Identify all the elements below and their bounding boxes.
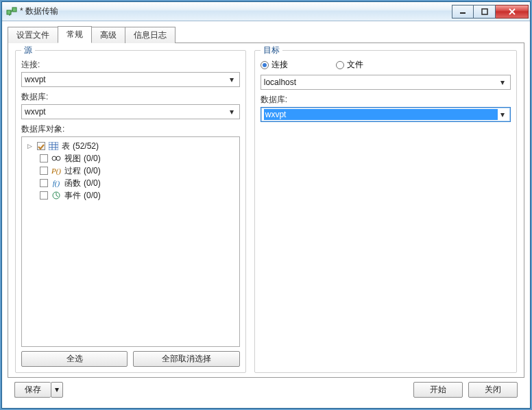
tree-item-label: 事件: [64, 190, 81, 202]
tab-log[interactable]: 信息日志: [125, 27, 176, 43]
source-database-combo[interactable]: wxvpt ▾: [21, 104, 240, 119]
app-icon: [6, 6, 17, 17]
tree-item-label: 函数: [64, 178, 81, 189]
target-connection-value: localhost: [264, 77, 498, 87]
deselect-all-button[interactable]: 全部取消选择: [133, 351, 239, 367]
tree-item-count: (0/0): [84, 178, 101, 188]
procedure-icon: P(): [51, 166, 62, 176]
source-buttons: 全选 全部取消选择: [21, 351, 240, 367]
checkbox[interactable]: [40, 179, 48, 187]
source-database-label: 数据库:: [21, 91, 240, 103]
client-area: 设置文件 常规 高级 信息日志 源 连接: wxvpt ▾ 数据库: wxvpt…: [2, 21, 530, 408]
radio-connection[interactable]: 连接: [261, 59, 288, 71]
checkbox[interactable]: [40, 154, 48, 162]
svg-rect-1: [12, 8, 16, 12]
source-group: 源 连接: wxvpt ▾ 数据库: wxvpt ▾ 数据库对象: ▷: [15, 50, 246, 373]
event-icon: [51, 191, 62, 200]
source-objects-tree[interactable]: ▷ 表 (52/52) 视图 (0/0): [21, 136, 240, 347]
target-group: 目标 连接 文件 localhost ▾ 数据库:: [254, 50, 517, 373]
target-database-combo[interactable]: wxvpt ▾: [261, 107, 511, 122]
radio-dot-icon: [336, 61, 344, 69]
tree-item-tables[interactable]: ▷ 表 (52/52): [25, 140, 237, 152]
source-connection-value: wxvpt: [25, 75, 227, 84]
chevron-down-icon: ▾: [227, 107, 237, 117]
svg-rect-6: [49, 142, 58, 150]
titlebar: * 数据传输: [2, 2, 530, 21]
checkbox[interactable]: [40, 191, 48, 200]
select-all-button[interactable]: 全选: [21, 351, 128, 367]
minimize-button[interactable]: [452, 5, 474, 19]
tree-item-label: 表: [62, 141, 70, 152]
save-dropdown-button[interactable]: ▾: [51, 382, 63, 398]
chevron-down-icon: ▾: [498, 110, 507, 119]
target-database-value: wxvpt: [264, 109, 498, 120]
tab-page-general: 源 连接: wxvpt ▾ 数据库: wxvpt ▾ 数据库对象: ▷: [8, 43, 524, 378]
footer: 保存 ▾ 开始 关闭: [8, 378, 524, 402]
chevron-down-icon: ▾: [55, 385, 59, 394]
svg-point-12: [56, 156, 60, 160]
checkbox[interactable]: [37, 142, 45, 150]
tree-item-functions[interactable]: f() 函数 (0/0): [25, 177, 237, 189]
radio-connection-label: 连接: [271, 59, 288, 71]
target-legend: 目标: [261, 45, 282, 56]
checkbox[interactable]: [40, 167, 48, 175]
radio-dot-icon: [261, 61, 269, 69]
window-controls: [452, 5, 529, 19]
tree-item-procedures[interactable]: P() 过程 (0/0): [25, 165, 237, 177]
tree-item-count: (0/0): [84, 191, 101, 200]
tabbar: 设置文件 常规 高级 信息日志: [8, 27, 524, 43]
radio-file[interactable]: 文件: [336, 59, 363, 71]
chevron-down-icon: ▾: [498, 77, 507, 87]
source-objects-label: 数据库对象:: [21, 123, 240, 135]
tree-item-count: (52/52): [73, 141, 99, 151]
save-button[interactable]: 保存: [14, 382, 51, 398]
source-database-value: wxvpt: [25, 107, 227, 117]
source-connection-combo[interactable]: wxvpt ▾: [21, 72, 240, 87]
table-icon: [48, 141, 59, 151]
target-mode-radios: 连接 文件: [261, 59, 511, 71]
svg-rect-0: [7, 10, 11, 14]
start-button[interactable]: 开始: [413, 382, 463, 398]
radio-file-label: 文件: [347, 59, 363, 71]
tab-advanced[interactable]: 高级: [91, 27, 125, 43]
close-dialog-button[interactable]: 关闭: [468, 382, 518, 398]
close-button[interactable]: [496, 5, 529, 19]
tab-settings-file[interactable]: 设置文件: [8, 27, 58, 43]
target-database-label: 数据库:: [261, 94, 511, 106]
maximize-button[interactable]: [474, 5, 496, 19]
tree-item-label: 视图: [64, 153, 81, 165]
save-split-button: 保存 ▾: [14, 382, 63, 398]
view-icon: [51, 154, 62, 163]
source-legend: 源: [21, 45, 35, 56]
tab-general[interactable]: 常规: [58, 26, 92, 43]
svg-rect-3: [482, 9, 487, 14]
window-frame: * 数据传输 设置文件 常规 高级 信息日志 源 连接: wxvpt ▾ 数据库…: [1, 1, 531, 409]
tree-item-events[interactable]: 事件 (0/0): [25, 189, 237, 202]
tree-item-count: (0/0): [84, 154, 101, 163]
window-title: * 数据传输: [20, 5, 452, 17]
source-connection-label: 连接:: [21, 59, 240, 71]
tree-item-views[interactable]: 视图 (0/0): [25, 152, 237, 165]
target-connection-combo[interactable]: localhost ▾: [261, 75, 511, 90]
tree-item-label: 过程: [64, 165, 81, 177]
svg-point-11: [52, 156, 56, 160]
chevron-down-icon: ▾: [227, 75, 237, 84]
function-icon: f(): [51, 178, 62, 188]
tree-item-count: (0/0): [84, 166, 101, 176]
expander-icon[interactable]: ▷: [27, 143, 34, 149]
